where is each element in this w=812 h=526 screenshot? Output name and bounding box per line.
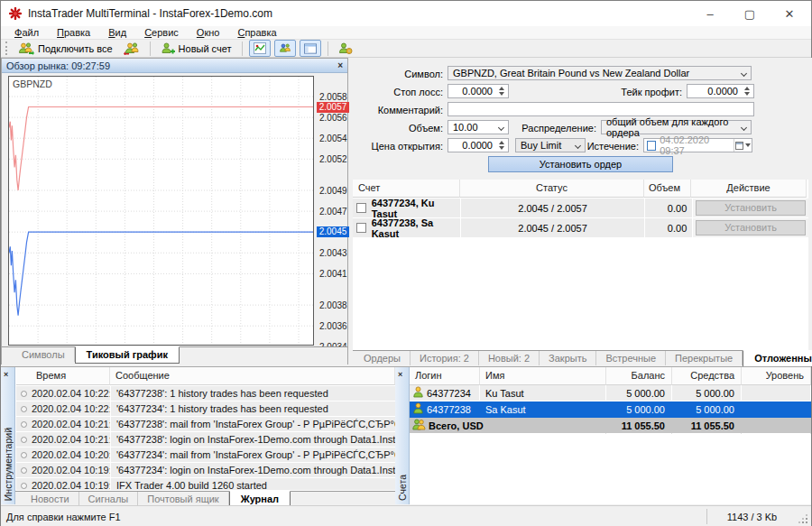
comment-input[interactable] (448, 102, 754, 116)
stop-loss-input[interactable]: 0.0000 (448, 84, 509, 98)
terminal-tab[interactable]: Сигналы (79, 492, 139, 506)
spin-down-icon[interactable] (499, 92, 504, 96)
toolbox-close-icon[interactable]: × (4, 370, 8, 379)
accounts-total-row: Всего, USD11 055.5011 055.50 (410, 418, 811, 434)
menu-item[interactable]: Вид (99, 27, 135, 38)
orders-tab[interactable]: Закрыть (540, 351, 596, 365)
spin-up-icon[interactable] (499, 141, 504, 144)
accounts-toggle-button[interactable] (274, 40, 296, 57)
order-row[interactable]: 64377238, Sa Kasut2.0045 / 2.00570.00Уст… (353, 218, 808, 237)
orders-tab[interactable]: Отложенный (743, 350, 812, 367)
column-header-volume[interactable]: Объем (644, 180, 691, 198)
menu-item[interactable]: Сервис (135, 27, 188, 38)
menu-item[interactable]: Справка (228, 27, 285, 38)
minimize-button[interactable]: – (690, 1, 730, 26)
disconnect-all-button[interactable] (120, 40, 143, 57)
journal-row[interactable]: 2020.02.04 10:19:5...'64377234': login o… (16, 463, 395, 477)
volume-value: 10.00 (453, 122, 478, 133)
journal-row[interactable]: 2020.02.04 10:21:0...'64377238': login o… (16, 432, 395, 447)
market-watch-panel: Обзор рынка: 09:27:59 × GBPNZD 2.00582.0… (1, 58, 348, 365)
menu-item[interactable]: Окно (188, 27, 229, 38)
comment-label: Комментарий: (353, 105, 443, 115)
row-checkbox[interactable] (356, 223, 366, 233)
journal-message: '64377234': mail from 'InstaForex Group'… (111, 448, 395, 462)
menu-item[interactable]: Правка (48, 27, 99, 38)
column-header-action[interactable]: Действие (691, 180, 807, 198)
column-header-message[interactable]: Сообщение (110, 367, 395, 385)
column-header-funds[interactable]: Средства (672, 367, 742, 385)
row-place-button[interactable]: Установить (696, 220, 806, 235)
symbol-select[interactable]: GBPNZD, Great Britain Pound vs New Zeala… (448, 66, 752, 80)
account-balance: 5 000.00 (606, 401, 672, 418)
accounts-close-icon[interactable]: × (398, 370, 402, 379)
account-name: Sa Kasut (480, 401, 606, 418)
toolbox-vertical-tab[interactable]: × Инструментарий (1, 367, 15, 504)
account-level (742, 401, 811, 418)
expiration-field[interactable]: 04.02.2020 09:37 (643, 138, 752, 152)
options-button[interactable] (335, 40, 356, 57)
orders-tab[interactable]: История: 2 (411, 351, 479, 365)
column-header-login[interactable]: Логин (410, 367, 480, 385)
tick-chart-area[interactable]: GBPNZD (8, 76, 314, 346)
menu-item[interactable]: Файл (5, 27, 48, 38)
status-traffic-text: 1143 / 3 Kb (714, 512, 790, 522)
toolbar: Подключить все Новый счет (1, 39, 811, 58)
orders-tab[interactable]: Перекрытые (666, 351, 743, 365)
account-row[interactable]: 64377238Sa Kasut5 000.005 000.00 (410, 401, 811, 418)
toolbar-grip[interactable] (5, 42, 8, 55)
user-gear-icon (338, 42, 353, 55)
journal-row[interactable]: 2020.02.04 10:21:1...'64377238': mail fr… (16, 417, 395, 431)
orders-tab[interactable]: Новый: 2 (479, 351, 540, 365)
accounts-vertical-tab[interactable]: × Счета (395, 367, 410, 504)
log-bullet-icon (21, 452, 27, 458)
market-watch-close-icon[interactable]: × (337, 61, 343, 70)
connect-all-button[interactable]: Подключить все (14, 40, 116, 57)
distribution-select[interactable]: общий объем для каждого ордера (601, 120, 752, 134)
column-header-account[interactable]: Счет (353, 180, 460, 198)
calendar-button[interactable] (734, 139, 752, 152)
row-checkbox[interactable] (356, 203, 366, 213)
maximize-button[interactable]: ▢ (730, 1, 770, 26)
open-price-input[interactable]: 0.0000 (448, 138, 509, 152)
stop-loss-stepper[interactable] (495, 86, 507, 97)
expiration-checkbox[interactable] (647, 141, 656, 151)
orders-tab[interactable]: Ордеры (355, 351, 411, 365)
journal-row[interactable]: 2020.02.04 10:22:2...'64377238': 1 histo… (16, 386, 395, 401)
account-row[interactable]: 64377234Ku Tasut5 000.005 000.00 (410, 385, 811, 401)
log-bullet-icon (21, 391, 27, 397)
column-header-name[interactable]: Имя (480, 367, 606, 385)
journal-row[interactable]: 2020.02.04 10:19:3...IFX Trader 4.00 bui… (16, 478, 395, 490)
terminal-toggle-button[interactable] (300, 40, 321, 57)
order-row[interactable]: 64377234, Ku Tasut2.0045 / 2.00570.00Уст… (353, 198, 808, 217)
orders-tab[interactable]: Встречные (596, 351, 666, 365)
take-profit-input[interactable]: 0.0000 (687, 84, 754, 98)
column-header-level[interactable]: Уровень (742, 367, 811, 385)
market-watch-tab[interactable]: Тиковый график (75, 346, 180, 364)
terminal-tab[interactable]: Почтовый ящик (138, 492, 228, 506)
spin-up-icon[interactable] (499, 87, 504, 90)
place-order-button[interactable]: Установить ордер (488, 156, 673, 172)
spin-up-icon[interactable] (744, 87, 750, 90)
column-header-balance[interactable]: Баланс (606, 367, 672, 385)
chevron-down-icon (741, 125, 747, 131)
spin-down-icon[interactable] (499, 146, 504, 150)
journal-row[interactable]: 2020.02.04 10:20:0...'64377234': mail fr… (16, 448, 395, 462)
price-axis-label: 2.0047 (319, 207, 347, 217)
volume-select[interactable]: 10.00 (448, 120, 509, 134)
new-account-button[interactable]: Новый счет (157, 40, 235, 57)
status-divider (706, 509, 707, 524)
resize-grip[interactable] (806, 521, 807, 523)
open-price-stepper[interactable] (495, 140, 507, 151)
terminal-tab[interactable]: Новости (22, 492, 79, 506)
journal-row[interactable]: 2020.02.04 10:22:2...'64377234': 1 histo… (16, 401, 395, 416)
take-profit-stepper[interactable] (741, 86, 752, 97)
row-place-button[interactable]: Установить (696, 200, 806, 216)
column-header-time[interactable]: Время (16, 367, 110, 385)
market-watch-tab[interactable]: Символы (13, 347, 75, 362)
price-axis-label: 2.0038 (319, 300, 347, 310)
column-header-status[interactable]: Статус (460, 180, 644, 198)
close-button[interactable]: ✕ (770, 1, 809, 26)
spin-down-icon[interactable] (744, 92, 750, 96)
market-watch-toggle-button[interactable] (249, 40, 271, 57)
price-axis-label: 2.0043 (319, 248, 347, 258)
